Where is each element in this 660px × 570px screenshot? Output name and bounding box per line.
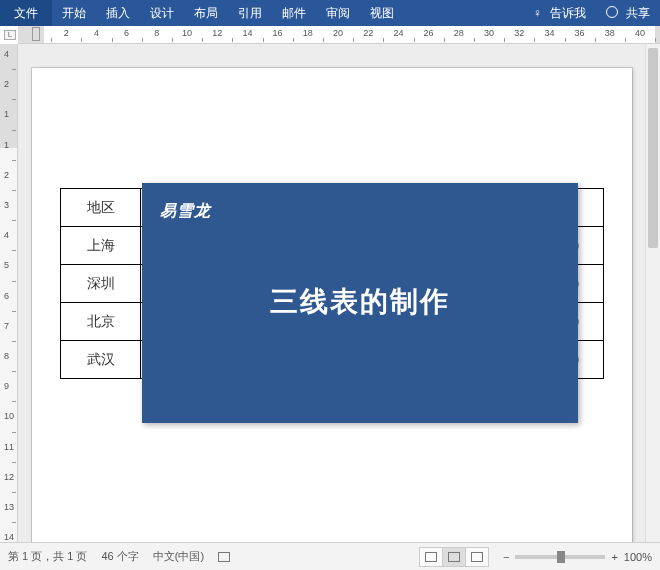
ruler-v-number: 3 (4, 200, 9, 210)
status-wordcount[interactable]: 46 个字 (101, 549, 138, 564)
scrollbar-thumb[interactable] (648, 48, 658, 248)
status-bar: 第 1 页，共 1 页 46 个字 中文(中国) − + 100% (0, 542, 660, 570)
view-buttons (420, 547, 489, 567)
table-cell-region[interactable]: 武汉 (61, 341, 141, 379)
ruler-h-number: 28 (454, 28, 464, 38)
tab-file[interactable]: 文件 (0, 0, 52, 26)
zoom-slider[interactable] (515, 555, 605, 559)
ruler-v-number: 10 (4, 411, 14, 421)
ruler-v-number: 1 (4, 140, 9, 150)
tab-mail[interactable]: 邮件 (272, 0, 316, 26)
ruler-h-number: 36 (575, 28, 585, 38)
page-icon (448, 552, 460, 562)
view-print-layout[interactable] (442, 547, 466, 567)
zoom-slider-knob[interactable] (557, 551, 565, 563)
overlay-title: 三线表的制作 (142, 283, 578, 321)
ruler-h-number: 16 (273, 28, 283, 38)
ruler-h-number: 26 (424, 28, 434, 38)
ruler-v-number: 1 (4, 109, 9, 119)
indent-marker[interactable] (32, 27, 40, 41)
overlay-brand: 易雪龙 (160, 201, 211, 222)
table-cell-region[interactable]: 北京 (61, 303, 141, 341)
tab-view[interactable]: 视图 (360, 0, 404, 26)
book-icon (425, 552, 437, 562)
ruler-h-number: 8 (154, 28, 159, 38)
ruler-h-number: 32 (514, 28, 524, 38)
ruler-h-number: 38 (605, 28, 615, 38)
page[interactable]: 地区6 月上海2520深圳3200北京1650武汉1100 易雪龙 三线表的制作 (32, 68, 632, 542)
zoom-percent[interactable]: 100% (624, 551, 652, 563)
ruler-corner: L (4, 30, 16, 40)
ruler-h-number: 40 (635, 28, 645, 38)
share-button[interactable]: 共享 (596, 0, 660, 26)
ruler-v-number: 13 (4, 502, 14, 512)
zoom-controls: − + 100% (503, 551, 652, 563)
table-cell-region[interactable]: 深圳 (61, 265, 141, 303)
ruler-v-number: 9 (4, 381, 9, 391)
ruler-h-number: 12 (212, 28, 222, 38)
tab-review[interactable]: 审阅 (316, 0, 360, 26)
ruler-h-number: 20 (333, 28, 343, 38)
ruler-v-number: 6 (4, 291, 9, 301)
macro-icon[interactable] (218, 552, 230, 562)
tab-insert[interactable]: 插入 (96, 0, 140, 26)
ruler-vertical[interactable]: 42112345678910111213141516 (0, 44, 18, 542)
tell-me-label: 告诉我 (550, 0, 586, 26)
ruler-v-number: 2 (4, 79, 9, 89)
ruler-h-number: 10 (182, 28, 192, 38)
ruler-h-number: 14 (242, 28, 252, 38)
ruler-h-number: 30 (484, 28, 494, 38)
zoom-in[interactable]: + (611, 551, 617, 563)
ruler-v-number: 11 (4, 442, 14, 452)
view-web-layout[interactable] (465, 547, 489, 567)
ruler-h-number: 18 (303, 28, 313, 38)
table-cell-region[interactable]: 地区 (61, 189, 141, 227)
ruler-h-number: 6 (124, 28, 129, 38)
overlay-card: 易雪龙 三线表的制作 (142, 183, 578, 423)
tab-home[interactable]: 开始 (52, 0, 96, 26)
ruler-v-number: 8 (4, 351, 9, 361)
vertical-scrollbar[interactable] (645, 44, 660, 542)
ruler-h-number: 2 (64, 28, 69, 38)
ruler-v-number: 14 (4, 532, 14, 542)
web-icon (471, 552, 483, 562)
share-icon (606, 0, 622, 26)
bulb-icon (533, 0, 546, 26)
ruler-v-number: 4 (4, 230, 9, 240)
ruler-v-number: 12 (4, 472, 14, 482)
status-language[interactable]: 中文(中国) (153, 549, 204, 564)
ruler-h-number: 22 (363, 28, 373, 38)
view-read-mode[interactable] (419, 547, 443, 567)
table-cell-region[interactable]: 上海 (61, 227, 141, 265)
ruler-v-number: 5 (4, 260, 9, 270)
ruler-h-number: 24 (393, 28, 403, 38)
ruler-h-number: 4 (94, 28, 99, 38)
tab-references[interactable]: 引用 (228, 0, 272, 26)
tab-layout[interactable]: 布局 (184, 0, 228, 26)
ruler-v-number: 2 (4, 170, 9, 180)
status-page[interactable]: 第 1 页，共 1 页 (8, 549, 87, 564)
ruler-v-number: 7 (4, 321, 9, 331)
ruler-v-number: 4 (4, 49, 9, 59)
ruler-horizontal[interactable]: 2246810121416182022242628303234363840 (18, 26, 660, 44)
document-area: 地区6 月上海2520深圳3200北京1650武汉1100 易雪龙 三线表的制作 (18, 44, 645, 542)
ribbon: 文件 开始 插入 设计 布局 引用 邮件 审阅 视图 告诉我 共享 (0, 0, 660, 26)
tell-me[interactable]: 告诉我 (523, 0, 596, 26)
ruler-h-number: 34 (544, 28, 554, 38)
share-label: 共享 (626, 0, 650, 26)
tab-design[interactable]: 设计 (140, 0, 184, 26)
zoom-out[interactable]: − (503, 551, 509, 563)
